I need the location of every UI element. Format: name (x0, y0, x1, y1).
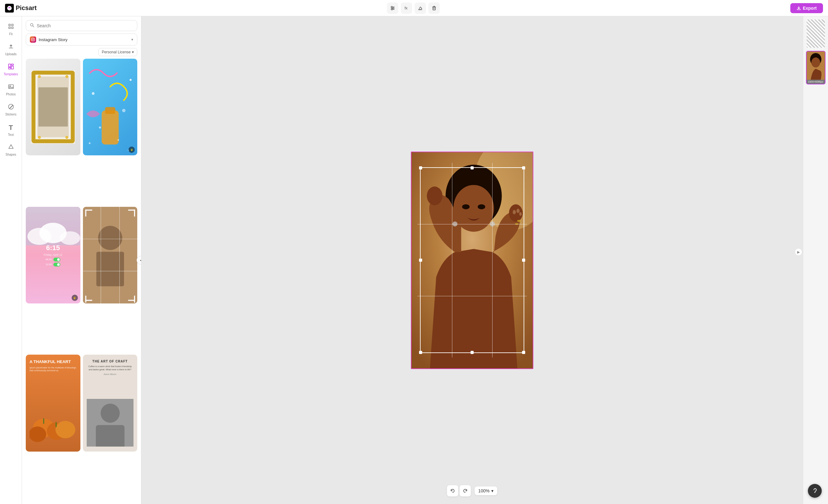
toggle-2 (53, 263, 60, 266)
template-card-clock[interactable]: 6:15 Friday, April 12 08:30 12:00 ♛ (26, 207, 80, 304)
license-button[interactable]: Personal License ▾ (98, 48, 137, 56)
license-chevron-icon: ▾ (132, 50, 134, 54)
svg-point-39 (122, 109, 125, 112)
zoom-value: 100% (479, 488, 490, 493)
adjust-button[interactable] (387, 2, 398, 14)
clock-preview: 6:15 Friday, April 12 08:30 12:00 ♛ (26, 207, 80, 304)
svg-point-83 (490, 221, 495, 226)
alarm-1-label: 08:30 (46, 258, 52, 261)
svg-rect-15 (12, 24, 13, 26)
doodle-preview: ✦ ✦ ✦ ♛ (83, 59, 137, 155)
svg-point-36 (65, 136, 68, 139)
alarm-2-label: 12:00 (46, 263, 52, 266)
search-input[interactable] (37, 23, 133, 28)
logo: Picsart (5, 4, 37, 12)
sidebar-item-templates[interactable]: Templates (2, 60, 20, 79)
svg-text:fx: fx (405, 6, 407, 10)
svg-rect-18 (8, 64, 11, 67)
redo-button[interactable] (460, 485, 471, 497)
svg-point-6 (391, 9, 392, 10)
clock-time: 6:15 (46, 244, 60, 252)
right-panel: 2304×4096px (803, 16, 828, 504)
topbar: Picsart fx Export (0, 0, 828, 16)
eraser-button[interactable] (415, 2, 426, 14)
svg-point-33 (38, 75, 41, 78)
template-card-thankful[interactable]: A THANKFUL HEART Ipsum placeholder for t… (26, 355, 80, 451)
right-nav-arrow[interactable]: ▶ (795, 248, 802, 256)
topbar-left: Picsart (5, 4, 37, 12)
canvas-area: 100% ▾ (141, 16, 803, 504)
sidebar-label-photos: Photos (6, 93, 16, 96)
template-card-portrait[interactable] (83, 207, 137, 304)
license-label: Personal License (102, 50, 131, 54)
template-card-doodle[interactable]: ✦ ✦ ✦ ♛ (83, 59, 137, 155)
sidebar-item-photos[interactable]: Photos (2, 80, 20, 99)
undo-button[interactable] (447, 485, 458, 497)
format-selector[interactable]: Instagram Story ▾ (26, 34, 137, 46)
sidebar-item-stickers[interactable]: Stickers (2, 100, 20, 119)
toggle-1 (53, 258, 60, 262)
svg-point-4 (391, 6, 392, 7)
svg-point-40 (129, 79, 132, 81)
panel-sidebar: Instagram Story ▾ Personal License ▾ (22, 16, 141, 504)
panel-header: Instagram Story ▾ (22, 16, 141, 48)
sidebar-item-uploads[interactable]: Uploads (2, 40, 20, 59)
sidebar-item-shapes[interactable]: Shapes (2, 141, 20, 159)
svg-point-78 (427, 186, 443, 205)
template-card-frame[interactable] (26, 59, 80, 155)
upload-icon (8, 43, 14, 51)
delete-button[interactable] (428, 2, 440, 14)
svg-point-27 (32, 39, 34, 41)
sidebar-label-stickers: Stickers (5, 113, 17, 116)
templates-icon (8, 63, 14, 71)
svg-point-86 (513, 210, 516, 214)
canvas-image (412, 152, 533, 368)
svg-rect-19 (11, 64, 13, 65)
effects-button[interactable]: fx (401, 2, 412, 14)
sidebar-label-uploads: Uploads (5, 52, 17, 56)
search-icon (30, 23, 34, 28)
svg-point-24 (31, 24, 33, 26)
svg-rect-17 (12, 27, 13, 29)
sidebar-label-templates: Templates (4, 73, 18, 76)
blank-thumb-image (806, 19, 825, 48)
undo-redo-group (447, 485, 471, 497)
thumb-size-label: 2304×4096px (806, 80, 825, 84)
svg-point-87 (516, 209, 520, 213)
craft-body: Coffee is a warm drink that fosters frie… (87, 365, 134, 371)
canvas-frame[interactable] (411, 151, 533, 369)
svg-rect-73 (96, 425, 124, 446)
shapes-icon (8, 144, 14, 151)
svg-rect-16 (9, 27, 10, 29)
svg-point-91 (811, 57, 820, 67)
portrait-preview (83, 207, 137, 304)
sidebar-item-fit[interactable]: Fit (2, 20, 20, 39)
svg-point-34 (65, 75, 68, 78)
svg-text:✦: ✦ (117, 138, 120, 142)
thumbnail-blank[interactable] (806, 19, 826, 48)
format-selector-left: Instagram Story (30, 36, 68, 43)
template-card-craft[interactable]: THE ART OF CRAFT Coffee is a warm drink … (83, 355, 137, 451)
sidebar-item-text[interactable]: T Text (2, 121, 20, 139)
thankful-title: A THANKFUL HEART (30, 360, 71, 364)
sidebar-label-fit: Fit (9, 32, 12, 36)
zoom-selector[interactable]: 100% ▾ (474, 487, 498, 495)
svg-point-80 (517, 220, 521, 222)
craft-preview: THE ART OF CRAFT Coffee is a warm drink … (83, 355, 137, 451)
fit-icon (8, 23, 14, 31)
svg-rect-52 (96, 252, 124, 286)
logo-text: Picsart (16, 4, 37, 12)
main-layout: Fit Uploads Templates Photos Stickers (0, 16, 828, 504)
svg-point-85 (478, 204, 485, 209)
templates-grid: ✦ ✦ ✦ ♛ 6:15 (22, 59, 141, 504)
svg-point-84 (462, 204, 469, 209)
craft-person-image (87, 399, 134, 447)
thumbnail-main[interactable]: 2304×4096px (806, 51, 826, 84)
help-button[interactable] (808, 484, 822, 498)
export-button[interactable]: Export (790, 3, 823, 13)
svg-rect-9 (433, 7, 436, 10)
svg-point-82 (452, 221, 457, 226)
alarm-row-1: 08:30 (46, 258, 60, 262)
svg-rect-62 (85, 295, 86, 303)
zoom-chevron-icon: ▾ (491, 488, 493, 493)
